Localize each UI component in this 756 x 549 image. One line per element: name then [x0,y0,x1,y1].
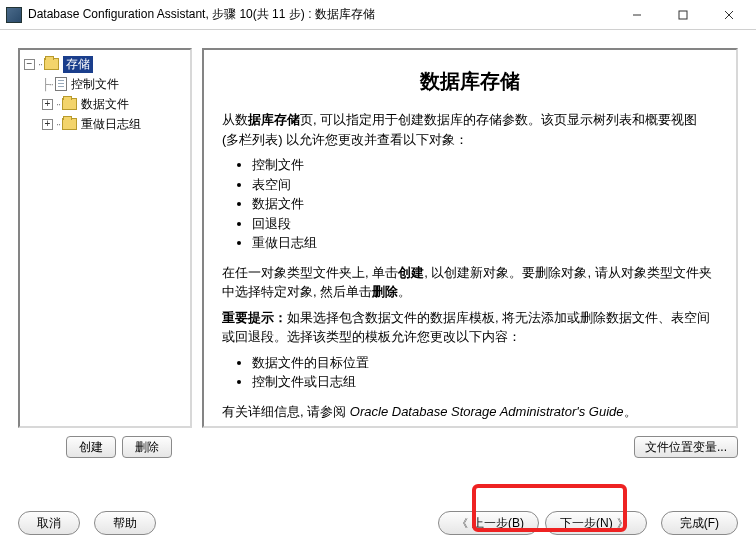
next-label: 下一步(N) [560,515,613,532]
minimize-button[interactable] [614,0,660,30]
tree-item-label: 重做日志组 [81,116,141,133]
folder-icon [62,118,77,130]
list-item: 回退段 [252,214,718,234]
list-item: 表空间 [252,175,718,195]
maximize-button[interactable] [660,0,706,30]
chevron-right-icon: 》 [617,516,628,531]
finish-button[interactable]: 完成(F) [661,511,738,535]
cancel-button[interactable]: 取消 [18,511,80,535]
folder-icon [44,58,59,70]
object-types-list: 控制文件 表空间 数据文件 回退段 重做日志组 [252,155,718,253]
tree-item-label: 控制文件 [71,76,119,93]
help-button[interactable]: 帮助 [94,511,156,535]
create-delete-paragraph: 在任一对象类型文件夹上, 单击创建, 以创建新对象。要删除对象, 请从对象类型文… [222,263,718,302]
content-panel: 数据库存储 从数据库存储页, 可以指定用于创建数据库的存储参数。该页显示树列表和… [202,48,738,428]
page-icon [55,77,67,91]
guide-reference: 有关详细信息, 请参阅 Oracle Database Storage Admi… [222,402,718,422]
delete-button[interactable]: 删除 [122,436,172,458]
storage-tree[interactable]: − ·· 存储 ├·· 控制文件 + ·· 数据文件 + ·· 重做日志组 [18,48,192,428]
important-tip-paragraph: 重要提示：如果选择包含数据文件的数据库模板, 将无法添加或删除数据文件、表空间或… [222,308,718,347]
svg-rect-1 [679,11,687,19]
back-button[interactable]: 《 上一步(B) [438,511,539,535]
list-item: 控制文件 [252,155,718,175]
tree-item-label: 数据文件 [81,96,129,113]
editable-items-list: 数据文件的目标位置 控制文件或日志组 [252,353,718,392]
tree-item-redo-log-groups[interactable]: + ·· 重做日志组 [24,114,186,134]
collapse-icon[interactable]: − [24,59,35,70]
title-bar: Database Configuration Assistant, 步骤 10(… [0,0,756,30]
expand-icon[interactable]: + [42,119,53,130]
tree-root-label: 存储 [63,56,93,73]
list-item: 控制文件或日志组 [252,372,718,392]
chevron-left-icon: 《 [457,516,468,531]
back-label: 上一步(B) [472,515,524,532]
intro-paragraph: 从数据库存储页, 可以指定用于创建数据库的存储参数。该页显示树列表和概要视图 (… [222,110,718,149]
tree-root-storage[interactable]: − ·· 存储 [24,54,186,74]
tree-item-control-files[interactable]: ├·· 控制文件 [24,74,186,94]
list-item: 数据文件 [252,194,718,214]
next-button[interactable]: 下一步(N) 》 [545,511,647,535]
tree-item-data-files[interactable]: + ·· 数据文件 [24,94,186,114]
file-location-vars-button[interactable]: 文件位置变量... [634,436,738,458]
create-button[interactable]: 创建 [66,436,116,458]
app-icon [6,7,22,23]
folder-icon [62,98,77,110]
page-heading: 数据库存储 [222,66,718,96]
list-item: 数据文件的目标位置 [252,353,718,373]
list-item: 重做日志组 [252,233,718,253]
close-button[interactable] [706,0,752,30]
expand-icon[interactable]: + [42,99,53,110]
window-title: Database Configuration Assistant, 步骤 10(… [28,6,614,23]
